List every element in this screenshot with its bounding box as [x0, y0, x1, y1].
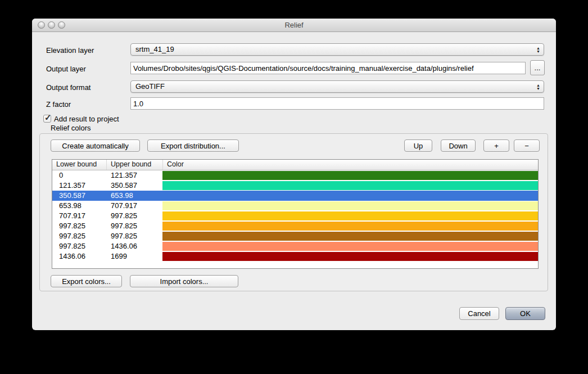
export-colors-button[interactable]: Export colors... — [51, 275, 122, 287]
lower-bound-cell[interactable]: 997.825 — [52, 241, 106, 251]
color-swatch — [162, 211, 538, 220]
color-cell[interactable] — [162, 251, 538, 262]
output-format-label: Output format — [46, 83, 91, 92]
lower-bound-cell[interactable]: 350.587 — [52, 191, 106, 201]
add-row-button[interactable]: + — [483, 139, 509, 152]
color-swatch — [162, 232, 538, 241]
table-row[interactable]: 653.98707.917 — [52, 201, 538, 211]
upper-bound-cell[interactable]: 1699 — [106, 251, 162, 262]
column-header-lower-bound[interactable]: Lower bound — [52, 160, 106, 170]
upper-bound-cell[interactable]: 653.98 — [106, 191, 162, 201]
browse-button[interactable]: ... — [530, 60, 545, 75]
color-table[interactable]: Lower bound Upper bound Color 0121.35712… — [52, 159, 539, 269]
stepper-arrows-icon: ▲▼ — [536, 44, 540, 55]
output-format-select[interactable]: GeoTIFF ▲▼ — [130, 80, 544, 93]
upper-bound-cell[interactable]: 707.917 — [106, 201, 162, 211]
up-button[interactable]: Up — [404, 139, 432, 152]
lower-bound-cell[interactable]: 653.98 — [52, 201, 106, 211]
lower-bound-cell[interactable]: 707.917 — [52, 211, 106, 221]
add-result-label: Add result to project — [54, 115, 119, 123]
color-cell[interactable] — [162, 221, 538, 231]
color-cell[interactable] — [162, 181, 538, 191]
upper-bound-cell[interactable]: 997.825 — [106, 221, 162, 231]
import-colors-button[interactable]: Import colors... — [130, 275, 238, 287]
stepper-arrows-icon: ▲▼ — [536, 82, 540, 92]
window-title: Relief — [32, 19, 556, 31]
output-layer-input[interactable] — [130, 62, 526, 74]
table-row[interactable]: 350.587653.98 — [52, 191, 538, 201]
lower-bound-cell[interactable]: 0 — [52, 170, 106, 181]
remove-row-button[interactable]: − — [514, 139, 540, 152]
color-table-header[interactable]: Lower bound Upper bound Color — [52, 160, 538, 170]
table-row[interactable]: 121.357350.587 — [52, 181, 538, 191]
color-cell[interactable] — [162, 231, 538, 241]
create-automatically-button[interactable]: Create automatically — [51, 139, 140, 152]
color-cell[interactable] — [162, 211, 538, 221]
lower-bound-cell[interactable]: 121.357 — [52, 181, 106, 191]
table-row[interactable]: 997.825997.825 — [52, 221, 538, 231]
title-bar[interactable]: Relief — [32, 19, 556, 32]
lower-bound-cell[interactable]: 997.825 — [52, 221, 106, 231]
column-header-upper-bound[interactable]: Upper bound — [106, 160, 162, 170]
color-swatch — [162, 171, 538, 180]
minimize-button-icon[interactable] — [48, 21, 55, 29]
close-button-icon[interactable] — [38, 21, 45, 29]
add-result-checkbox[interactable] — [43, 115, 51, 123]
output-layer-label: Output layer — [46, 65, 86, 73]
color-cell[interactable] — [162, 241, 538, 251]
color-swatch — [162, 222, 538, 231]
relief-colors-group-label: Relief colors — [51, 124, 91, 132]
upper-bound-cell[interactable]: 997.825 — [106, 231, 162, 241]
table-row[interactable]: 997.8251436.06 — [52, 241, 538, 251]
column-header-color[interactable]: Color — [162, 160, 538, 170]
zoom-button-icon[interactable] — [58, 21, 65, 29]
output-format-value: GeoTIFF — [135, 82, 165, 91]
elevation-layer-value: srtm_41_19 — [135, 45, 174, 53]
table-row[interactable]: 1436.061699 — [52, 251, 538, 262]
color-swatch — [162, 201, 538, 210]
relief-dialog: Relief Elevation layer srtm_41_19 ▲▼ Out… — [32, 19, 556, 330]
upper-bound-cell[interactable]: 350.587 — [106, 181, 162, 191]
color-swatch — [162, 181, 538, 190]
upper-bound-cell[interactable]: 1436.06 — [106, 241, 162, 251]
z-factor-input[interactable] — [130, 97, 544, 110]
table-row[interactable]: 0121.357 — [52, 170, 538, 181]
upper-bound-cell[interactable]: 997.825 — [106, 211, 162, 221]
cancel-button[interactable]: Cancel — [459, 307, 499, 320]
export-distribution-button[interactable]: Export distribution... — [147, 139, 239, 152]
elevation-layer-select[interactable]: srtm_41_19 ▲▼ — [130, 43, 544, 56]
elevation-layer-label: Elevation layer — [46, 46, 94, 55]
ok-button[interactable]: OK — [505, 307, 545, 320]
color-cell[interactable] — [162, 201, 538, 211]
upper-bound-cell[interactable]: 121.357 — [106, 170, 162, 181]
down-button[interactable]: Down — [441, 139, 476, 152]
color-table-body: 0121.357121.357350.587350.587653.98653.9… — [52, 170, 538, 262]
z-factor-label: Z factor — [46, 100, 71, 109]
color-swatch — [162, 252, 538, 261]
color-swatch — [162, 242, 538, 251]
color-cell[interactable] — [162, 170, 538, 181]
lower-bound-cell[interactable]: 997.825 — [52, 231, 106, 241]
table-row[interactable]: 997.825997.825 — [52, 231, 538, 241]
lower-bound-cell[interactable]: 1436.06 — [52, 251, 106, 262]
color-cell[interactable] — [162, 191, 538, 201]
table-row[interactable]: 707.917997.825 — [52, 211, 538, 221]
